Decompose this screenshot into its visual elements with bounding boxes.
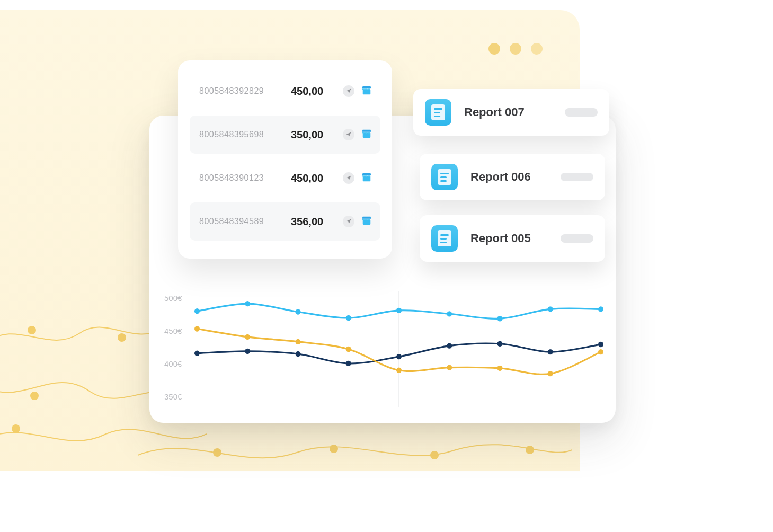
svg-point-12 xyxy=(346,315,351,321)
svg-point-7 xyxy=(526,446,534,454)
transaction-id: 8005848394589 xyxy=(199,217,281,226)
svg-point-4 xyxy=(213,448,221,457)
y-axis-tick: 450€ xyxy=(164,326,182,335)
transaction-row[interactable]: 8005848392829450,00 xyxy=(190,72,380,110)
location-arrow-icon[interactable] xyxy=(343,129,354,140)
report-item[interactable]: Report 007 xyxy=(413,89,609,136)
report-title: Report 005 xyxy=(470,232,548,245)
y-axis-tick: 500€ xyxy=(164,294,182,303)
chart-area: 500€450€400€350€ xyxy=(164,291,601,407)
svg-point-25 xyxy=(548,349,553,354)
location-arrow-icon[interactable] xyxy=(343,216,354,227)
report-item[interactable]: Report 006 xyxy=(420,154,605,200)
transaction-amount: 450,00 xyxy=(291,85,333,97)
report-title: Report 006 xyxy=(470,170,548,184)
transaction-id: 8005848395698 xyxy=(199,130,281,139)
store-icon[interactable] xyxy=(361,172,372,184)
svg-point-13 xyxy=(396,308,402,313)
svg-point-20 xyxy=(295,351,300,357)
svg-point-34 xyxy=(548,371,553,376)
svg-point-27 xyxy=(194,326,200,331)
window-dot xyxy=(531,43,543,55)
svg-point-30 xyxy=(346,347,351,352)
svg-point-29 xyxy=(295,339,300,344)
svg-point-23 xyxy=(447,343,452,348)
report-item[interactable]: Report 005 xyxy=(420,215,605,262)
svg-point-5 xyxy=(330,445,338,453)
transaction-id: 8005848392829 xyxy=(199,86,281,96)
svg-point-35 xyxy=(598,349,603,354)
svg-point-15 xyxy=(497,316,502,321)
svg-point-10 xyxy=(245,301,250,306)
svg-point-1 xyxy=(118,333,126,342)
window-dots xyxy=(488,43,543,55)
transaction-amount: 350,00 xyxy=(291,129,333,141)
transaction-row[interactable]: 8005848390123450,00 xyxy=(190,159,380,197)
svg-point-0 xyxy=(28,326,36,334)
svg-point-3 xyxy=(12,424,20,433)
document-icon xyxy=(425,99,451,126)
transaction-row[interactable]: 8005848395698350,00 xyxy=(190,116,380,154)
transaction-row[interactable]: 8005848394589356,00 xyxy=(190,202,380,241)
svg-point-9 xyxy=(194,308,200,314)
chart-plot xyxy=(197,291,601,407)
decorative-line-long xyxy=(138,423,572,482)
svg-point-18 xyxy=(194,351,200,356)
store-icon[interactable] xyxy=(361,215,372,228)
svg-point-6 xyxy=(430,451,439,459)
svg-point-24 xyxy=(497,341,502,347)
location-arrow-icon[interactable] xyxy=(343,85,354,97)
svg-point-26 xyxy=(598,342,603,347)
svg-point-33 xyxy=(497,366,502,371)
location-arrow-icon[interactable] xyxy=(343,172,354,184)
placeholder-pill xyxy=(561,234,593,243)
svg-point-16 xyxy=(548,306,553,312)
window-dot xyxy=(510,43,521,55)
document-icon xyxy=(431,225,458,252)
svg-point-17 xyxy=(598,306,603,312)
svg-point-32 xyxy=(447,365,452,370)
svg-point-11 xyxy=(295,309,300,314)
placeholder-pill xyxy=(565,108,598,117)
svg-point-31 xyxy=(396,368,402,373)
svg-point-19 xyxy=(245,349,250,354)
store-icon[interactable] xyxy=(361,128,372,141)
transactions-card: 8005848392829450,008005848395698350,0080… xyxy=(178,60,392,259)
report-title: Report 007 xyxy=(464,105,552,119)
transaction-id: 8005848390123 xyxy=(199,173,281,183)
y-axis-tick: 400€ xyxy=(164,359,182,368)
placeholder-pill xyxy=(561,173,593,181)
store-icon[interactable] xyxy=(361,85,372,97)
document-icon xyxy=(431,164,458,190)
svg-point-21 xyxy=(346,361,351,366)
window-dot xyxy=(488,43,500,55)
svg-point-14 xyxy=(447,311,452,316)
svg-point-28 xyxy=(245,334,250,340)
y-axis-tick: 350€ xyxy=(164,392,182,401)
svg-point-22 xyxy=(396,354,402,359)
transaction-amount: 356,00 xyxy=(291,216,333,228)
transaction-amount: 450,00 xyxy=(291,172,333,184)
